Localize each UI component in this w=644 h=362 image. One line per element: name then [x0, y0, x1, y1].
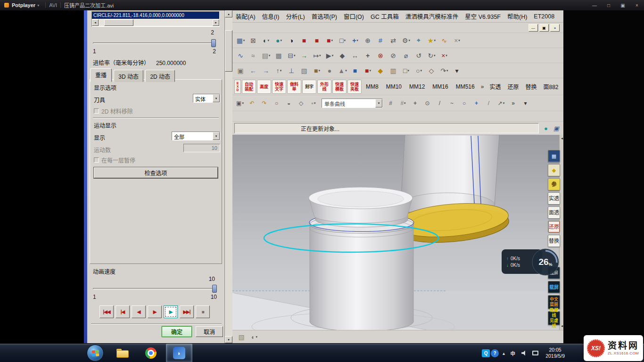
target-icon[interactable]: ⌖: [413, 34, 425, 46]
menu-item[interactable]: ET2008: [530, 13, 558, 20]
spline2-icon[interactable]: ~: [447, 98, 457, 108]
row5-more-icon[interactable]: ▾: [520, 98, 531, 108]
diameter-icon[interactable]: ⌀: [400, 49, 412, 61]
menu-item[interactable]: 窗口(O): [340, 12, 367, 21]
snap2-icon[interactable]: ◇: [426, 65, 438, 76]
surface-icon[interactable]: ▤▾: [260, 49, 272, 61]
circle-icon[interactable]: ○: [459, 98, 470, 108]
play-forward-button[interactable]: ▶: [148, 305, 162, 318]
boolean-icon[interactable]: ⊗: [375, 49, 387, 61]
slider-track[interactable]: [93, 42, 216, 44]
tab-replay[interactable]: 重播: [90, 68, 112, 82]
undo-icon[interactable]: ↺: [413, 49, 425, 61]
go-last-button[interactable]: ▶▶|: [180, 305, 194, 318]
cancel-button[interactable]: 取消: [196, 326, 223, 337]
undo2-icon[interactable]: ↶: [247, 98, 257, 108]
red-block-icon[interactable]: ■: [298, 34, 310, 46]
tool-dropdown[interactable]: 实体 ▾: [193, 94, 220, 103]
nx-minimize-button[interactable]: —: [528, 24, 538, 32]
back-icon[interactable]: ←: [248, 65, 259, 76]
csys-icon[interactable]: +: [410, 98, 421, 108]
nx-restore-button[interactable]: ▣: [539, 24, 549, 32]
view-grid-icon[interactable]: ▦▾: [235, 34, 247, 46]
scroll-left-button[interactable]: ◂: [92, 19, 99, 26]
size-preset[interactable]: MM16: [429, 83, 451, 90]
size-preset[interactable]: MM10: [383, 83, 405, 90]
overflow-icon[interactable]: »: [508, 98, 519, 108]
measure-icon[interactable]: ↔: [349, 49, 361, 61]
cone-icon[interactable]: ▲▾: [337, 65, 348, 76]
network-icon[interactable]: [531, 349, 539, 357]
taskbar-player-button[interactable]: ◗: [166, 344, 192, 362]
engrave-button[interactable]: 刻字: [302, 80, 316, 94]
swap-icon[interactable]: ⇄: [388, 34, 399, 46]
ok-button[interactable]: 确定: [162, 326, 192, 337]
start-button[interactable]: [87, 345, 104, 362]
play-reverse-button[interactable]: ◀: [132, 305, 146, 318]
size-preset[interactable]: MM12: [406, 83, 428, 90]
box-icon[interactable]: □▾: [400, 65, 412, 76]
pen-icon[interactable]: ↗▾: [496, 98, 506, 108]
taskbar-explorer-button[interactable]: [109, 344, 136, 362]
cube-icon[interactable]: ■▾: [311, 65, 323, 76]
play-sim-icon[interactable]: ▶▾: [324, 49, 336, 61]
polygon-icon[interactable]: ○▾: [413, 65, 425, 76]
menu-item[interactable]: 信息(I): [259, 12, 283, 21]
forward-icon[interactable]: →: [260, 65, 272, 76]
point2-icon[interactable]: ⊙: [422, 98, 433, 108]
solid-cube-icon[interactable]: ▧: [236, 331, 248, 343]
wave-icon[interactable]: ∿: [438, 34, 450, 46]
pause-each-layer-checkbox[interactable]: 在每一层暂停: [94, 156, 135, 164]
menu-item[interactable]: 装配(A): [232, 12, 259, 21]
paint-icon[interactable]: ◆: [375, 65, 387, 76]
line-icon[interactable]: /: [435, 98, 445, 108]
titlebar-minimize-button[interactable]: —: [587, 0, 602, 10]
scroll-right-button[interactable]: ▸: [213, 19, 219, 26]
delete-icon[interactable]: ×▾: [438, 49, 450, 61]
red-block2-icon[interactable]: ■: [311, 34, 323, 46]
stop-button[interactable]: ■: [196, 305, 210, 318]
security-icon[interactable]: ?: [491, 349, 499, 357]
curve-rule-combo[interactable]: 单条曲线 ▾: [322, 99, 383, 108]
plane-icon[interactable]: ⊟▾: [286, 49, 297, 61]
height-button[interactable]: 高度: [257, 80, 271, 94]
scroll-down-button[interactable]: ▾: [225, 336, 232, 343]
bom-button[interactable]: 做料 单: [287, 80, 301, 94]
taskbar-clock[interactable]: 20:05 2019/5/9: [545, 347, 565, 359]
arc-icon[interactable]: ◒: [284, 98, 294, 108]
ime-icon[interactable]: 中: [509, 349, 517, 357]
row-more-icon[interactable]: ▾: [451, 65, 463, 76]
gear-icon[interactable]: ⚙▾: [400, 34, 412, 46]
axis-icon[interactable]: +: [362, 49, 374, 61]
spline-icon[interactable]: ∿: [235, 49, 247, 61]
titlebar-maximize-button[interactable]: □: [602, 0, 616, 10]
solid-translucent-button[interactable]: 实透: [548, 192, 560, 205]
2d-material-removal-checkbox[interactable]: 2D 材料移除: [94, 107, 133, 115]
gcode-line-selected[interactable]: CIRCLE/-221.811,-18.416,0.000,0.0000000: [92, 12, 219, 19]
point-icon[interactable]: ◆: [337, 49, 348, 61]
video-stage[interactable]: CIRCLE/-221.811,-18.416,0.000,0.0000000 …: [0, 10, 644, 343]
display-mode-item[interactable]: 6: [562, 83, 563, 90]
vector-icon[interactable]: →: [298, 49, 310, 61]
up-icon[interactable]: ↑▾: [273, 65, 285, 76]
anchor-icon[interactable]: ⊥: [286, 65, 297, 76]
viewport-canvas[interactable]: [232, 135, 563, 330]
display-mode-item[interactable]: 面882: [540, 82, 561, 90]
rect-tool-icon[interactable]: □▾: [337, 34, 348, 46]
exd-icon[interactable]: EXD: [234, 80, 241, 94]
tray-expand-icon[interactable]: ▴: [500, 349, 508, 357]
trim-icon[interactable]: ⊘: [388, 49, 399, 61]
net-monitor-ball[interactable]: 26%: [531, 247, 560, 277]
menu-item[interactable]: 首选项(P): [308, 12, 340, 21]
sphere-icon[interactable]: ●: [324, 65, 336, 76]
key-icon[interactable]: ★▾: [426, 34, 438, 46]
profile-icon[interactable]: ◇: [296, 98, 306, 108]
quick-clamp-button[interactable]: 快速 夹板: [347, 80, 362, 94]
capture-button[interactable]: 载屏: [548, 281, 560, 293]
speed-slider[interactable]: [93, 284, 217, 294]
globe-icon[interactable]: ●: [541, 123, 551, 133]
hash2-icon[interactable]: #▾: [398, 98, 408, 108]
titlebar-close-button[interactable]: ×: [630, 0, 644, 10]
overflow-chevron[interactable]: »: [479, 83, 486, 90]
slash-icon[interactable]: /: [484, 98, 494, 108]
